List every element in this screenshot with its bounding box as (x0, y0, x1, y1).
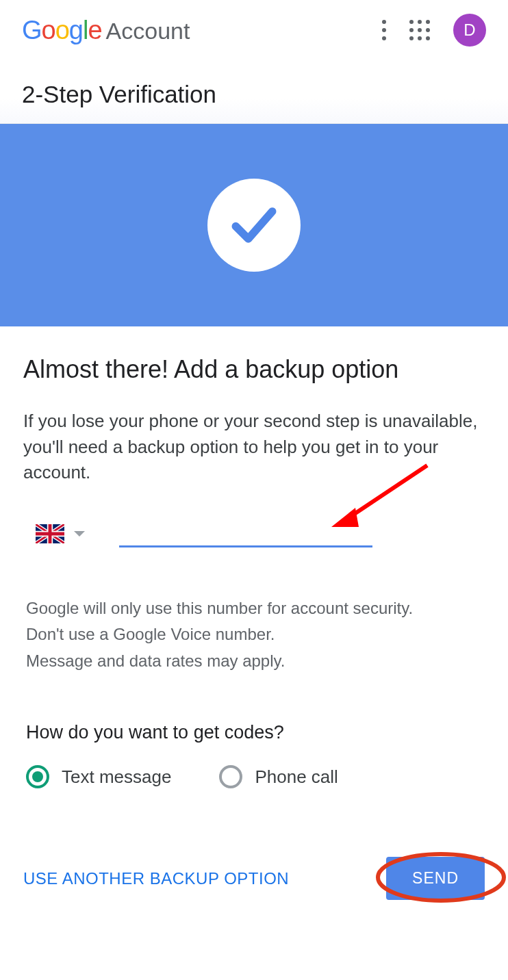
radio-label: Text message (62, 766, 171, 788)
avatar[interactable]: D (453, 14, 486, 47)
disclaimer: Google will only use this number for acc… (23, 595, 485, 674)
phone-input[interactable] (119, 520, 372, 547)
use-another-backup-link[interactable]: USE ANOTHER BACKUP OPTION (23, 869, 289, 888)
radio-group: Text message Phone call (23, 765, 485, 788)
disclaimer-line: Message and data rates may apply. (26, 648, 485, 674)
radio-label: Phone call (255, 766, 338, 788)
chevron-down-icon (74, 531, 85, 537)
radio-phone-call[interactable]: Phone call (219, 765, 338, 788)
hero-banner (0, 124, 508, 326)
description: If you lose your phone or your second st… (23, 409, 485, 486)
disclaimer-line: Google will only use this number for acc… (26, 595, 485, 621)
google-logo: Google (22, 16, 102, 45)
radio-text-message[interactable]: Text message (26, 765, 171, 788)
country-select[interactable] (36, 524, 85, 547)
page-title: 2-Step Verification (0, 60, 508, 124)
logo-group: Google Account (22, 16, 190, 45)
flag-uk-icon (36, 524, 64, 543)
apps-grid-icon[interactable] (409, 20, 430, 40)
radio-selected-icon (26, 765, 49, 788)
product-name: Account (106, 18, 190, 44)
more-menu-icon[interactable] (382, 20, 386, 40)
codes-question: How do you want to get codes? (23, 722, 485, 743)
header: Google Account D (0, 0, 508, 60)
header-actions: D (382, 14, 486, 47)
phone-row (23, 520, 485, 547)
radio-unselected-icon (219, 765, 242, 788)
main-heading: Almost there! Add a backup option (23, 355, 485, 384)
send-button[interactable]: SEND (386, 857, 485, 900)
footer-row: USE ANOTHER BACKUP OPTION SEND (0, 857, 508, 927)
content: Almost there! Add a backup option If you… (0, 326, 508, 788)
checkmark-icon (207, 179, 301, 272)
disclaimer-line: Don't use a Google Voice number. (26, 621, 485, 647)
